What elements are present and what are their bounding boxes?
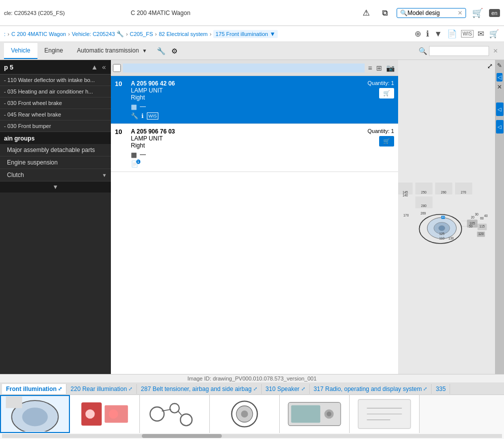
svg-text:10: 10 <box>442 215 446 218</box>
menu-item-rear-wheel-brake[interactable]: - 045 Rear wheel brake <box>0 109 111 120</box>
thumb-belt-tensioner[interactable] <box>140 395 210 433</box>
table-icon-2[interactable]: ▦ <box>131 151 137 158</box>
side-tool-blue-3[interactable]: ◁ <box>496 120 504 134</box>
open-tab-icon-4[interactable]: ⤢ <box>423 386 427 392</box>
collapse-icon[interactable]: ▲ <box>90 63 99 71</box>
part-row-1[interactable]: 10 A 205 906 42 06 LAMP UNIT Right ▦ — 🔧 <box>111 76 398 124</box>
model-search-input[interactable] <box>408 10 458 16</box>
thumb-335[interactable] <box>350 395 420 433</box>
mail-tool-icon[interactable]: ✉ <box>477 28 485 40</box>
model-search-box: 🔍 ✕ <box>397 8 466 18</box>
image-tab-speaker[interactable]: 310 Speaker ⤢ <box>262 384 310 394</box>
breadcrumb-c205fs[interactable]: C205_FS <box>130 31 153 37</box>
right-panel: ⤢ 145 140 250 260 270 280 <box>398 60 504 374</box>
wrench-icon[interactable]: 🔧 <box>154 43 168 59</box>
menu-item-water-deflector[interactable]: - 110 Water deflector with intake bo... <box>0 74 111 86</box>
breadcrumb-c200[interactable]: C 200 4MATIC Wagon <box>11 31 66 37</box>
side-tool-blue-1[interactable]: ◁ <box>497 73 503 82</box>
thumb-front-illumination[interactable] <box>0 395 70 433</box>
tab-search-icon[interactable]: 🔍 <box>419 47 427 55</box>
side-tool-edit[interactable]: ✎ <box>497 62 502 69</box>
list-view-icon[interactable]: ≡ <box>367 63 374 73</box>
vehicle-id: cle: C205243 (C205_FS) <box>4 10 65 16</box>
image-tab-front-illumination[interactable]: Front illumination ⤢ <box>2 384 66 394</box>
svg-text:50: 50 <box>469 224 473 228</box>
image-tab-belt-tensioner[interactable]: 287 Belt tensioner, airbag and side airb… <box>137 384 262 394</box>
submenu-major-assembly[interactable]: Major assembly detachable parts <box>0 144 111 156</box>
doc-tool-icon[interactable]: 📄 <box>446 28 458 40</box>
svg-text:40: 40 <box>484 214 488 218</box>
thumb-speaker[interactable] <box>210 395 280 433</box>
right-side-tools: ✎ ◁ ✕ ◁ ◁ <box>495 60 504 374</box>
svg-point-34 <box>241 410 248 418</box>
qty-label-2: Quantity: 1 <box>368 128 394 134</box>
side-tool-blue-2[interactable]: ◁ <box>496 102 504 116</box>
image-tab-335[interactable]: 335 <box>432 384 450 394</box>
cart-icon[interactable]: 🛒 <box>470 6 485 20</box>
side-tool-x[interactable]: ✕ <box>497 84 502 90</box>
submenu-clutch[interactable]: Clutch ▼ <box>0 169 111 182</box>
horizontal-scrollbar[interactable] <box>2 434 502 438</box>
main-groups-header: ain groups <box>0 132 111 144</box>
select-all-checkbox[interactable] <box>113 64 121 72</box>
breadcrumb-item-0[interactable]: : <box>4 31 5 37</box>
wis-tool-icon[interactable]: WIS <box>461 30 474 38</box>
warning-icon[interactable]: ⚠ <box>359 6 374 20</box>
menu-item-heating-ac[interactable]: - 035 Heating and air conditioner h... <box>0 86 111 98</box>
part-code-2: A 205 906 76 03 <box>131 128 364 135</box>
expand-diagram-icon[interactable]: ⤢ <box>487 62 493 70</box>
image-tab-rear-illumination[interactable]: 220 Rear illumination ⤢ <box>66 384 137 394</box>
svg-text:260: 260 <box>441 190 447 194</box>
grid-view-icon[interactable]: ⊞ <box>375 63 384 73</box>
tab-vehicle[interactable]: Vehicle <box>4 43 37 59</box>
thumb-radio[interactable] <box>280 395 350 433</box>
search-icon: 🔍 <box>400 10 408 16</box>
part-actions-2: Quantity: 1 🛒 <box>368 128 394 146</box>
tab-auto-trans[interactable]: Automatic transmission ▼ <box>70 43 154 59</box>
tab-engine[interactable]: Engine <box>37 43 70 59</box>
copy-icon[interactable]: ⧉ <box>378 6 393 20</box>
menu-item-front-wheel-brake[interactable]: - 030 Front wheel brake <box>0 98 111 109</box>
open-tab-icon-1[interactable]: ⤢ <box>128 386 132 392</box>
breadcrumb-electrical[interactable]: 82 Electrical system <box>159 31 208 37</box>
clear-search-icon[interactable]: ✕ <box>458 10 463 16</box>
detail-dash-2: — <box>140 151 146 158</box>
breadcrumb-vehicle[interactable]: Vehicle: C205243 🔧 <box>72 30 124 38</box>
breadcrumb-bar: : › C 200 4MATIC Wagon › Vehicle: C20524… <box>0 26 504 42</box>
settings-icon[interactable]: ⚙ <box>168 43 181 59</box>
open-tab-icon-0[interactable]: ⤢ <box>58 386 62 392</box>
left-panel-controls: ▲ « <box>90 63 107 71</box>
filter-tool-icon[interactable]: ▼ <box>433 28 443 40</box>
image-tab-radio[interactable]: 317 Radio, operating and display system … <box>310 384 432 394</box>
tab-search-input[interactable] <box>429 46 489 56</box>
info-tool-icon[interactable]: ℹ <box>425 28 430 40</box>
cart-tool-icon[interactable]: 🛒 <box>488 28 500 40</box>
close-panel-icon[interactable]: « <box>101 63 107 71</box>
wrench-part-icon-1[interactable]: 🔧 <box>131 112 138 120</box>
open-tab-icon-2[interactable]: ⤢ <box>253 386 257 392</box>
wis-part-badge-1[interactable]: WIS <box>147 112 158 120</box>
view-icons: ≡ ⊞ 📷 <box>367 63 396 73</box>
language-badge[interactable]: en <box>489 9 500 17</box>
svg-text:20: 20 <box>471 216 475 219</box>
thumb-svg-2 <box>72 396 137 432</box>
breadcrumb-illumination[interactable]: 175 Front illumination ▼ <box>213 30 277 38</box>
doc-part-icon-2[interactable]: 📄1 <box>131 160 138 168</box>
part-row-2[interactable]: 10 A 205 906 76 03 LAMP UNIT Right ▦ — 📄… <box>111 124 398 172</box>
zoom-tool-icon[interactable]: ⊕ <box>414 28 422 40</box>
camera-icon[interactable]: 📷 <box>385 63 396 73</box>
center-title-input[interactable] <box>123 64 365 72</box>
tab-search-clear[interactable]: ✕ <box>491 48 500 54</box>
scroll-down-arrow[interactable]: ▼ <box>52 184 58 190</box>
part-side-2: Right <box>131 142 364 149</box>
horizontal-scroll-thumb[interactable] <box>142 434 222 438</box>
open-tab-icon-3[interactable]: ⤢ <box>301 386 305 392</box>
submenu-engine-suspension[interactable]: Engine suspension <box>0 156 111 169</box>
add-to-cart-btn-2[interactable]: 🛒 <box>379 136 394 146</box>
info-part-icon-1[interactable]: ℹ <box>141 112 144 120</box>
menu-item-front-bumper[interactable]: - 030 Front bumper <box>0 120 111 132</box>
add-to-cart-btn-1[interactable]: 🛒 <box>379 88 394 98</box>
thumb-rear-illumination[interactable] <box>70 395 140 433</box>
table-icon-1[interactable]: ▦ <box>131 103 137 110</box>
svg-text:60: 60 <box>480 216 484 220</box>
